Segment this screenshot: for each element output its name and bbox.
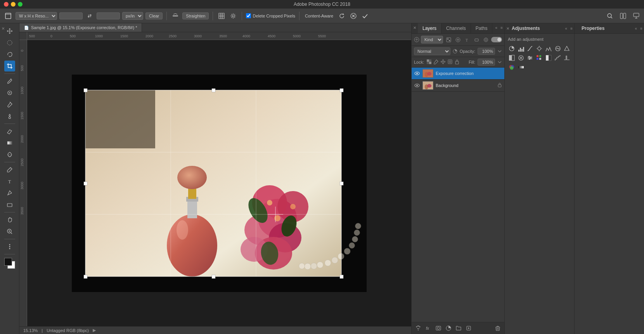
adj-invert-icon[interactable] [545,54,552,62]
color-swatches[interactable] [3,258,17,273]
crop-height-input[interactable] [97,12,120,19]
maximize-button[interactable] [18,2,23,7]
lock-all-btn[interactable] [454,59,460,65]
tool-healing[interactable] [4,87,15,98]
adj-exposure-icon[interactable] [535,45,543,52]
adj-photofilter-icon[interactable] [517,54,525,62]
adj-menu-btn[interactable]: ≡ [570,26,573,31]
layer-link-btn[interactable] [414,324,422,332]
canvas-workspace[interactable]: 500 0 500 1000 1500 2000 2500 3000 3500 … [19,32,411,326]
prop-close-btn[interactable]: ✕ [2,26,5,31]
prop-menu-btn[interactable]: ≡ [640,26,642,31]
confirm-button[interactable] [360,12,370,20]
clear-button[interactable]: Clear [145,12,163,19]
tool-crop[interactable] [4,61,15,71]
adj-curves-icon[interactable] [526,45,534,52]
delete-cropped-checkbox[interactable]: Delete Cropped Pixels [246,13,295,18]
straighten-button[interactable]: Straighten [182,12,209,19]
straighten-icon[interactable] [171,12,180,20]
filter-toggle[interactable] [491,37,502,42]
filter-adjustment-icon[interactable] [454,36,462,43]
search-icon[interactable] [605,12,615,20]
adj-selectivecolor-icon[interactable] [508,63,516,71]
layer-eye-background[interactable] [414,82,420,89]
filter-smartobj-icon[interactable] [482,36,490,43]
filter-type-icon[interactable]: T [463,36,471,43]
tool-path-selection[interactable] [4,188,15,198]
right-panels: ✕ Layers Channels Paths « ≡ Kind [411,23,644,334]
workspace-icon[interactable] [632,12,641,20]
crop-preset-select[interactable]: W x H x Reso... [16,12,57,20]
tool-blur[interactable] [4,149,15,160]
document-tab[interactable]: 📄 Sample 1.jpg @ 15.1% (Exposure correct… [19,23,142,32]
adj-hsl-icon[interactable] [554,45,562,52]
tool-brush[interactable] [4,99,15,110]
filter-shape-icon[interactable] [473,36,480,43]
adj-vibrance-icon[interactable] [545,45,552,52]
tool-eyedropper[interactable] [4,76,15,87]
close-button[interactable] [4,2,9,7]
tool-lasso[interactable] [4,49,15,60]
layer-group-btn[interactable] [454,324,463,332]
adj-close-btn[interactable]: ✕ [506,26,509,31]
adj-bw-icon[interactable] [508,54,516,62]
foreground-color-swatch[interactable] [4,258,12,266]
lock-image-btn[interactable] [433,59,439,65]
tool-text[interactable]: T [4,176,15,187]
panel-layout-icon[interactable] [618,12,628,20]
tool-move[interactable] [4,26,15,37]
crop-width-input[interactable] [59,12,83,19]
tool-marquee[interactable] [4,37,15,48]
adj-colorbalance-icon[interactable] [563,45,571,52]
lock-position-btn[interactable] [440,59,446,65]
filter-kind-select[interactable]: Kind [421,36,443,43]
layer-eye-exposure[interactable] [414,70,420,77]
tool-gradient[interactable] [4,137,15,148]
filter-pixel-icon[interactable] [445,36,452,43]
tool-more[interactable] [4,241,15,252]
status-arrow[interactable]: ▶ [93,328,96,333]
panel-menu[interactable]: ≡ [500,26,503,30]
layer-item-exposure[interactable]: Exposure correction [412,68,504,80]
cancel-icon[interactable] [349,12,358,20]
fill-chevron[interactable] [497,60,502,64]
panel-collapse[interactable]: « [495,26,497,30]
tool-hand[interactable] [4,214,15,225]
adj-posterize-icon[interactable] [554,54,562,62]
tab-channels[interactable]: Channels [441,23,471,33]
unit-select[interactable]: px/in [122,12,143,20]
fill-input[interactable] [478,59,495,66]
tool-clone[interactable] [4,111,15,122]
grid-icon[interactable] [217,12,226,20]
lock-artboard-btn[interactable] [447,59,453,65]
adj-colorlookup-icon[interactable] [535,54,543,62]
panel-close-x[interactable]: ✕ [413,26,416,30]
adj-threshold-icon[interactable] [563,54,571,62]
prop-collapse-btn[interactable]: « [635,26,637,31]
swap-icon[interactable] [85,12,94,20]
settings-icon[interactable] [229,12,238,20]
tab-paths[interactable]: Paths [471,23,493,33]
tool-pen[interactable] [4,164,15,175]
opacity-input[interactable] [478,48,495,55]
minimize-button[interactable] [11,2,16,7]
lock-transparent-btn[interactable] [426,59,432,65]
adj-brightness-icon[interactable] [508,45,516,52]
layer-delete-btn[interactable] [493,324,502,332]
adj-gradientmap-icon[interactable] [517,63,525,71]
layer-new-btn[interactable] [464,324,473,332]
layer-fx-btn[interactable]: fx [424,324,433,332]
tool-shape[interactable] [4,199,15,210]
adj-channelmixer-icon[interactable] [526,54,534,62]
layer-item-background[interactable]: Background [412,80,504,92]
opacity-chevron[interactable] [497,49,502,54]
tool-zoom[interactable] [4,226,15,237]
tab-layers[interactable]: Layers [418,23,441,33]
adj-collapse-btn[interactable]: « [565,26,567,31]
tool-eraser[interactable] [4,126,15,137]
blend-mode-select[interactable]: Normal [414,47,450,55]
layer-mask-btn[interactable] [434,324,443,332]
layer-adjustment-btn[interactable] [444,324,453,332]
reset-icon[interactable] [337,12,346,20]
adj-levels-icon[interactable] [517,45,525,52]
